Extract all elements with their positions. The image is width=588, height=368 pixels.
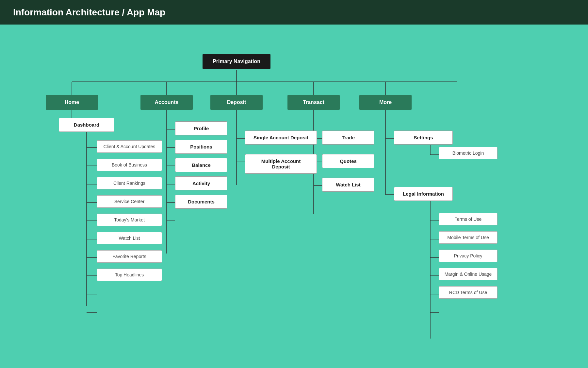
node-watch-list-home: Watch List <box>97 232 162 244</box>
node-single-account-deposit: Single Account Deposit <box>245 131 317 145</box>
node-biometric-login: Biometric Login <box>439 147 498 159</box>
node-settings: Settings <box>394 131 453 145</box>
node-legal-information: Legal Information <box>394 187 453 201</box>
node-book-of-business: Book of Business <box>97 159 162 171</box>
node-primary-navigation: Primary Navigation <box>203 54 270 69</box>
nav-deposit: Deposit <box>210 95 263 110</box>
node-multiple-account-deposit: Multiple Account Deposit <box>245 154 317 174</box>
node-positions: Positions <box>175 140 227 154</box>
nav-accounts: Accounts <box>140 95 193 110</box>
node-privacy-policy: Privacy Policy <box>439 250 498 262</box>
node-terms-of-use: Terms of Use <box>439 213 498 225</box>
nav-more: More <box>359 95 412 110</box>
node-client-account-updates: Client & Account Updates <box>97 140 162 153</box>
node-balance: Balance <box>175 158 227 172</box>
node-service-center: Service Center <box>97 195 162 208</box>
node-documents: Documents <box>175 195 227 209</box>
page-title: Information Architecture / App Map <box>13 7 165 18</box>
node-watch-list-transact: Watch List <box>322 178 374 192</box>
nav-transact: Transact <box>287 95 340 110</box>
node-todays-market: Today's Market <box>97 214 162 226</box>
node-quotes: Quotes <box>322 154 374 168</box>
node-top-headlines: Top Headlines <box>97 269 162 281</box>
node-activity: Activity <box>175 176 227 190</box>
node-margin-online-usage: Margin & Online Usage <box>439 268 498 280</box>
node-mobile-terms-of-use: Mobile Terms of Use <box>439 231 498 244</box>
node-favorite-reports: Favorite Reports <box>97 250 162 263</box>
node-rcd-terms-of-use: RCD Terms of Use <box>439 286 498 299</box>
header: Information Architecture / App Map <box>0 0 588 25</box>
node-trade: Trade <box>322 131 374 145</box>
nav-home: Home <box>46 95 98 110</box>
node-dashboard: Dashboard <box>59 118 114 132</box>
node-profile: Profile <box>175 121 227 135</box>
node-client-rankings: Client Rankings <box>97 177 162 189</box>
